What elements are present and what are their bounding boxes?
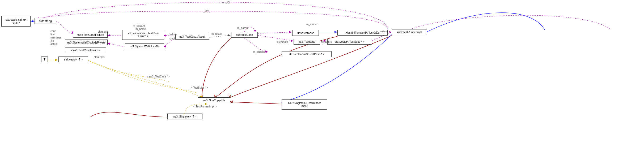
- diagram: std::basic_string< char > std::string ns…: [0, 0, 644, 143]
- node-hashtestcase: HashTestCase: [292, 30, 319, 36]
- label-m-suites: m_suites: [376, 30, 387, 33]
- svg-marker-5: [31, 20, 33, 22]
- svg-line-20: [258, 35, 293, 41]
- label-m-datadir: m_dataDir: [133, 24, 145, 27]
- label-testcase-ptr: < ns3::TestCase * >: [147, 75, 170, 78]
- label-elements-3: elements: [321, 41, 332, 44]
- label-m-runner: m_runner: [306, 23, 318, 26]
- label-elements-4: elements: [94, 56, 105, 59]
- svg-marker-9: [108, 42, 110, 45]
- label-cond: cond: [50, 30, 56, 33]
- node-non-copyable: ns3::NonCopyable: [198, 97, 230, 103]
- svg-line-34: [230, 102, 282, 104]
- node-testrunner-impl: ns3::TestRunnerImpl: [392, 29, 427, 35]
- node-testcase-failure-ptr: < ns3::TestCaseFailure >: [65, 47, 106, 53]
- node-vector-testsuite: std::vector< TestSuite * >: [327, 39, 372, 45]
- label-message: message: [50, 36, 61, 39]
- svg-marker-3: [32, 20, 34, 22]
- svg-marker-15: [228, 34, 231, 36]
- node-singleton-testrunner: ns3::Singleton< TestRunnerImpl >: [282, 99, 327, 110]
- node-basic-string: std::basic_string< char >: [1, 16, 31, 27]
- svg-line-14: [209, 35, 231, 37]
- svg-marker-17: [289, 31, 292, 33]
- label-m-tempdir: m_tempDir: [218, 1, 231, 4]
- node-T: T: [41, 57, 48, 62]
- svg-line-16: [258, 32, 292, 33]
- label-m-priv: m_priv: [93, 41, 101, 44]
- node-vector-T: std::vector< T >: [58, 57, 88, 62]
- label-testsuite-ptr: < TestSuite * >: [191, 86, 208, 89]
- svg-marker-39: [55, 59, 58, 61]
- label-limit: limit: [50, 33, 55, 36]
- node-vector-testcase-ptr: std::vector< ns3::TestCase * >: [282, 51, 332, 57]
- node-ns3-testsuite: ns3::TestSuite: [294, 39, 320, 45]
- arrows-svg: [0, 0, 644, 143]
- svg-marker-21: [291, 40, 293, 42]
- node-vector-failure: std::vector< ns3::TestCaseFailure >: [122, 30, 164, 40]
- label-key: _key_: [203, 10, 210, 12]
- label-failure: failure: [170, 33, 177, 36]
- label-m-parent: m_parent: [237, 27, 248, 29]
- label-clock: clock: [170, 37, 176, 40]
- label-file: file: [50, 39, 54, 42]
- label-actual: actual: [50, 42, 58, 45]
- svg-marker-19: [334, 31, 337, 33]
- node-testcase: ns3::TestCase: [231, 32, 258, 38]
- node-system-wall-private: ns3::SystemWallClockMsPrivate: [65, 40, 108, 45]
- svg-marker-25: [389, 31, 391, 33]
- label-m-result: m_result: [211, 32, 222, 35]
- node-testcase-result: ns3::TestCase::Result: [175, 34, 209, 40]
- node-singleton-T: ns3::Singleton< T >: [167, 114, 202, 119]
- node-string: std::string: [35, 18, 56, 24]
- label-testrunner-impl-ptr: < TestRunnerImpl >: [193, 105, 217, 108]
- svg-marker-37: [205, 103, 207, 105]
- node-system-wall-clock-ms: ns3::SystemWallClockMs: [125, 43, 164, 49]
- label-elements-2: elements: [277, 41, 288, 44]
- svg-marker-7: [108, 34, 110, 36]
- label-m-name: m_name: [135, 28, 146, 31]
- label-m-children: m_children: [253, 50, 266, 53]
- svg-line-8: [108, 43, 124, 47]
- label-elements-1: elements: [98, 30, 109, 33]
